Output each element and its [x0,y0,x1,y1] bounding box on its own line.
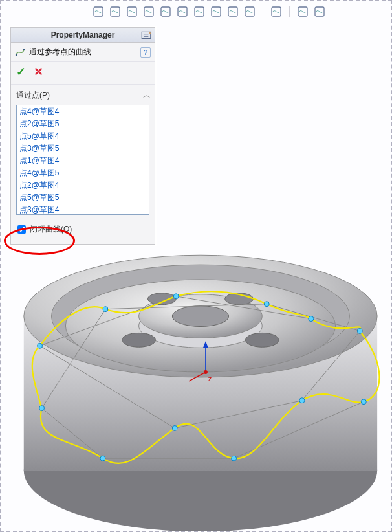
pm-title-bar: PropertyManager [11,28,155,43]
triad-label: z [208,375,212,382]
display-style-icon[interactable] [193,5,206,18]
curve-point[interactable] [103,307,108,312]
curve-point[interactable] [361,399,366,405]
point-list-row[interactable]: 点5@草图5 [17,192,149,204]
closed-curve-row[interactable]: 闭环曲线(O) [11,217,155,244]
globe-icon[interactable] [109,5,122,18]
svg-point-30 [16,54,17,55]
point-list-row[interactable]: 点2@草图4 [17,179,149,192]
section-icon[interactable] [176,5,189,18]
window-icon[interactable] [313,5,326,18]
curve-point[interactable] [264,302,269,307]
svg-point-20 [172,306,228,327]
property-manager-panel: PropertyManager 通过参考点的曲线 ? ✓ ✕ 通过点(P) ︿ … [10,27,155,245]
part-body [24,255,377,531]
shade-edges-icon[interactable] [226,5,239,18]
point-list-row[interactable]: 点3@草图4 [17,204,149,215]
point-list-row[interactable]: 点5@草图4 [17,130,149,142]
point-list-row[interactable]: 点1@草图4 [17,155,149,167]
zoom-fit-icon[interactable] [125,5,138,18]
ok-button[interactable]: ✓ [16,65,26,79]
point-list-row[interactable]: 点3@草图5 [17,142,149,155]
curve-point[interactable] [172,425,177,430]
curve-point[interactable] [309,316,314,322]
curve-point[interactable] [299,398,305,403]
help-button[interactable]: ? [140,47,151,58]
curve-point[interactable] [100,456,105,461]
pan-icon[interactable] [159,5,172,18]
chevron-up-icon: ︿ [143,90,151,101]
closed-curve-label: 闭环曲线(O) [30,224,72,235]
pm-title-text: PropertyManager [51,30,115,39]
section-label: 通过点(P) [16,90,50,101]
curve-icon [15,47,25,58]
curve-point[interactable] [38,343,43,348]
point-list-row[interactable]: 点4@草图4 [17,105,149,118]
feature-name: 通过参考点的曲线 [29,47,91,58]
curve-point[interactable] [232,456,237,461]
section-through-points[interactable]: 通过点(P) ︿ [11,85,155,104]
zoom-window-icon[interactable] [142,5,155,18]
svg-point-28 [204,370,208,374]
closed-curve-checkbox[interactable] [17,225,26,234]
view-toolbar [92,5,326,18]
pin-icon[interactable] [140,30,152,41]
curve-point[interactable] [39,406,45,411]
curve-point[interactable] [173,294,179,299]
svg-point-23 [147,293,176,305]
svg-point-21 [122,333,156,347]
svg-point-31 [23,49,25,50]
cancel-button[interactable]: ✕ [34,65,43,79]
orbit-icon[interactable] [92,5,105,18]
svg-point-22 [245,333,279,347]
curve-point[interactable] [357,328,362,333]
point-list-row[interactable]: 点2@草图5 [17,118,149,130]
point-list-row[interactable]: 点4@草图5 [17,167,149,179]
feature-header: 通过参考点的曲线 ? [11,43,155,62]
app-frame: z PropertyManager 通过参考点的曲线 ? ✓ ✕ 通过点(P) … [0,0,392,532]
points-listbox[interactable]: 点4@草图4点2@草图5点5@草图4点3@草图5点1@草图4点4@草图5点2@草… [16,105,149,215]
wire-icon[interactable] [270,5,283,18]
shade-icon[interactable] [210,5,223,18]
hidden-lines-icon[interactable] [243,5,256,18]
perspective-icon[interactable] [296,5,309,18]
